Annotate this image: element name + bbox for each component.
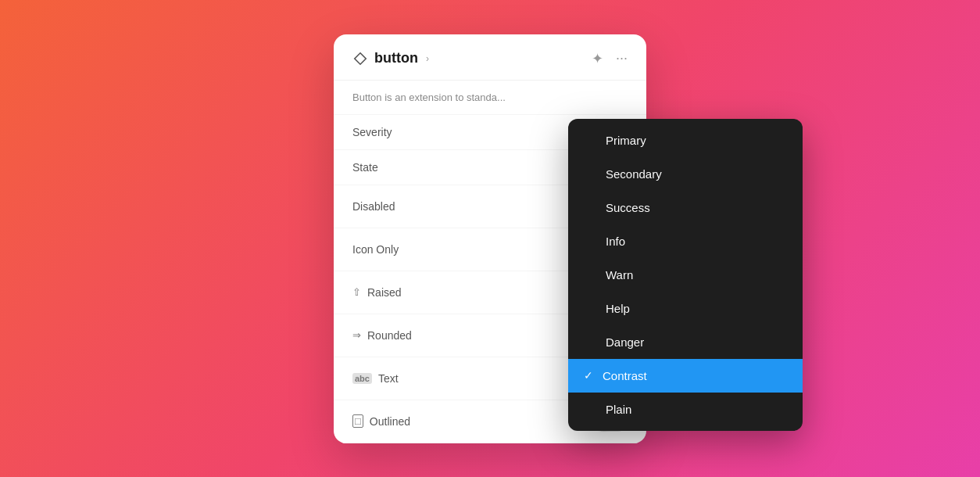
title-group: button ›: [352, 50, 429, 66]
raised-icon: ⇧: [352, 286, 361, 298]
panel-description: Button is an extension to standa...: [334, 81, 646, 115]
help-label: Help: [606, 302, 787, 315]
scene: button › ✦ ··· Button is an extension to…: [334, 34, 646, 443]
outlined-icon: □: [352, 414, 363, 428]
panel-header: button › ✦ ···: [334, 34, 646, 81]
outlined-label: □ Outlined: [352, 414, 410, 428]
success-label: Success: [606, 201, 787, 214]
contrast-check-icon: ✓: [584, 369, 593, 382]
raised-label: ⇧ Raised: [352, 286, 402, 299]
panel-actions: ✦ ···: [592, 50, 628, 67]
move-icon[interactable]: ✦: [592, 50, 603, 67]
state-label: State: [352, 161, 378, 174]
rounded-icon: ⇒: [352, 329, 361, 341]
danger-label: Danger: [606, 335, 787, 349]
menu-item-help[interactable]: Help: [568, 292, 803, 325]
panel-title: button: [374, 50, 418, 66]
menu-item-plain[interactable]: Plain: [568, 393, 803, 426]
text-icon: abc: [352, 373, 372, 384]
menu-item-warn[interactable]: Warn: [568, 258, 803, 292]
menu-item-success[interactable]: Success: [568, 191, 803, 224]
menu-item-secondary[interactable]: Secondary: [568, 157, 803, 191]
menu-item-contrast[interactable]: ✓ Contrast: [568, 359, 803, 393]
rounded-label: ⇒ Rounded: [352, 329, 412, 342]
menu-item-info[interactable]: Info: [568, 224, 803, 258]
secondary-label: Secondary: [606, 167, 787, 181]
ellipsis-icon[interactable]: ···: [616, 50, 628, 66]
severity-label: Severity: [352, 126, 392, 138]
warn-label: Warn: [606, 268, 787, 282]
menu-item-primary[interactable]: Primary: [568, 124, 803, 157]
diamond-icon: [352, 51, 368, 66]
primary-label: Primary: [606, 134, 787, 147]
severity-dropdown-menu: Primary Secondary Success Info Warn Help…: [568, 119, 803, 431]
info-label: Info: [606, 235, 787, 248]
title-chevron-icon[interactable]: ›: [426, 53, 429, 64]
plain-label: Plain: [606, 403, 787, 416]
contrast-label: Contrast: [603, 369, 787, 382]
menu-item-danger[interactable]: Danger: [568, 325, 803, 359]
text-label: abc Text: [352, 372, 399, 385]
icon-only-label: Icon Only: [352, 243, 399, 256]
disabled-label: Disabled: [352, 200, 395, 213]
